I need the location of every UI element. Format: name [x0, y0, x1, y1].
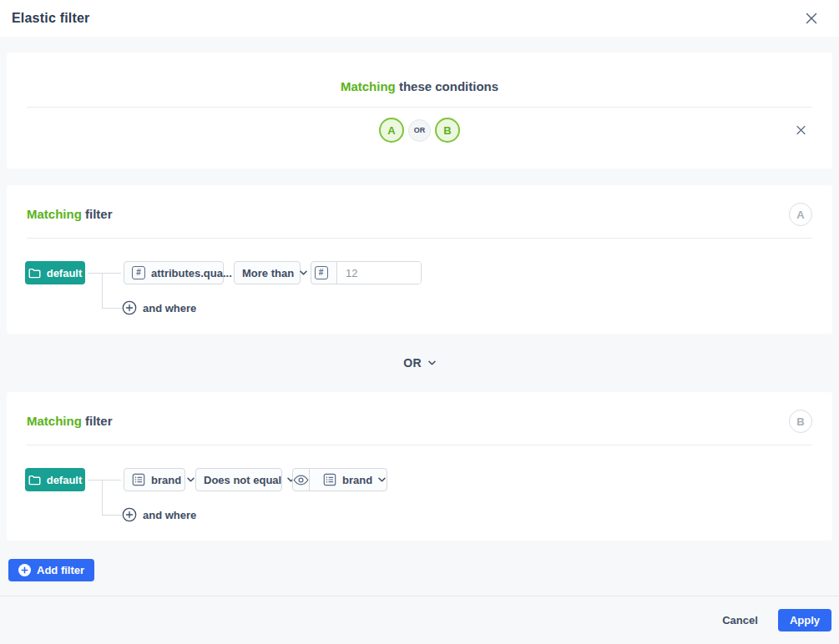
close-icon — [806, 13, 817, 24]
cancel-button[interactable]: Cancel — [715, 609, 765, 631]
divider — [27, 107, 812, 108]
filter-a-badge: A — [789, 203, 812, 226]
connector-line — [102, 308, 122, 309]
modal-footer: Cancel Apply — [0, 596, 839, 644]
chevron-down-icon — [300, 270, 307, 275]
add-filter-label: Add filter — [37, 564, 84, 576]
field-label: attributes.qua... — [151, 267, 232, 279]
conditions-title: Matching these conditions — [7, 78, 832, 96]
plus-filled-icon — [18, 564, 31, 576]
scope-label: default — [47, 474, 83, 486]
filter-a-value-group: # — [311, 261, 422, 284]
conditions-card: Matching these conditions A OR B — [7, 53, 832, 169]
conditions-title-rest: these conditions — [399, 79, 498, 93]
folder-icon — [28, 475, 41, 486]
condition-badge-b[interactable]: B — [435, 118, 460, 143]
filter-a-and-where-button[interactable]: and where — [122, 299, 196, 317]
preview-values-button[interactable] — [293, 469, 310, 491]
conditions-badges-row: A OR B — [7, 117, 832, 143]
remove-icon — [796, 126, 806, 135]
filter-b-and-where-button[interactable]: and where — [122, 506, 196, 524]
and-where-label: and where — [143, 302, 196, 314]
number-type-icon: # — [132, 266, 145, 279]
filter-b-field-dropdown[interactable]: brand — [124, 468, 185, 491]
modal-header: Elastic filter — [0, 0, 839, 37]
plus-circle-icon — [122, 507, 137, 522]
chevron-down-icon — [378, 477, 386, 482]
add-filter-button[interactable]: Add filter — [8, 559, 94, 581]
filter-a-header: Matching filter A — [7, 185, 832, 226]
condition-operator-badge[interactable]: OR — [408, 119, 431, 142]
filter-a-row: default # attributes.qua... More than — [7, 261, 832, 284]
page-title: Elastic filter — [12, 11, 90, 26]
filter-b-value-dropdown[interactable]: brand — [316, 473, 393, 486]
filter-a-title: Matching filter — [27, 205, 113, 224]
condition-badge-a[interactable]: A — [379, 118, 404, 143]
field-label: brand — [151, 474, 181, 486]
filter-b-header: Matching filter B — [7, 392, 832, 433]
connector-line — [102, 273, 103, 308]
connector-line — [88, 273, 121, 274]
filter-a-title-rest: filter — [85, 207, 113, 221]
add-filter-row: Add filter — [8, 559, 832, 581]
spacer — [0, 581, 839, 596]
connector-line — [102, 515, 122, 516]
filter-a-body: default # attributes.qua... More than — [7, 239, 832, 319]
connector-line — [88, 480, 121, 480]
filter-b-row: default brand Does not equal — [7, 468, 832, 491]
filter-b-scope-button[interactable]: default — [25, 468, 85, 491]
number-type-icon: # — [311, 262, 331, 284]
group-operator-row: OR — [7, 334, 832, 392]
filter-b-card: Matching filter B default — [7, 392, 832, 541]
chevron-down-icon — [187, 477, 195, 482]
list-type-icon — [323, 473, 336, 486]
eye-icon — [293, 475, 309, 486]
value-label: brand — [342, 474, 372, 486]
connector-line — [102, 480, 103, 515]
filter-b-title-rest: filter — [85, 414, 113, 428]
operator-label: Does not equal — [204, 474, 281, 486]
apply-button[interactable]: Apply — [778, 609, 831, 631]
filter-b-badge: B — [789, 410, 812, 433]
conditions-title-matching: Matching — [341, 79, 396, 93]
group-operator-label: OR — [403, 356, 422, 370]
list-type-icon — [132, 473, 145, 486]
close-button[interactable] — [802, 9, 821, 28]
filter-a-card: Matching filter A default # attributes.q… — [7, 185, 832, 334]
scope-label: default — [47, 267, 83, 279]
filter-a-title-matching: Matching — [27, 207, 82, 221]
filter-a-scope-button[interactable]: default — [25, 261, 85, 284]
plus-circle-icon — [122, 300, 137, 315]
filter-a-operator-dropdown[interactable]: More than — [234, 261, 301, 284]
remove-condition-button[interactable] — [793, 123, 809, 138]
and-where-label: and where — [143, 509, 196, 521]
chevron-down-icon — [428, 360, 436, 365]
filter-a-value-input[interactable] — [336, 262, 421, 284]
modal-body: Matching these conditions A OR B Matchin… — [0, 37, 839, 581]
filter-a-field-dropdown[interactable]: # attributes.qua... — [124, 261, 224, 284]
filter-b-body: default brand Does not equal — [7, 445, 832, 526]
group-operator-dropdown[interactable]: OR — [403, 356, 436, 370]
filter-b-title-matching: Matching — [27, 414, 82, 428]
filter-b-operator-dropdown[interactable]: Does not equal — [195, 468, 282, 491]
filter-b-value-group: brand — [292, 468, 387, 491]
filter-b-title: Matching filter — [27, 412, 113, 430]
folder-icon — [28, 268, 41, 279]
operator-label: More than — [242, 267, 294, 279]
